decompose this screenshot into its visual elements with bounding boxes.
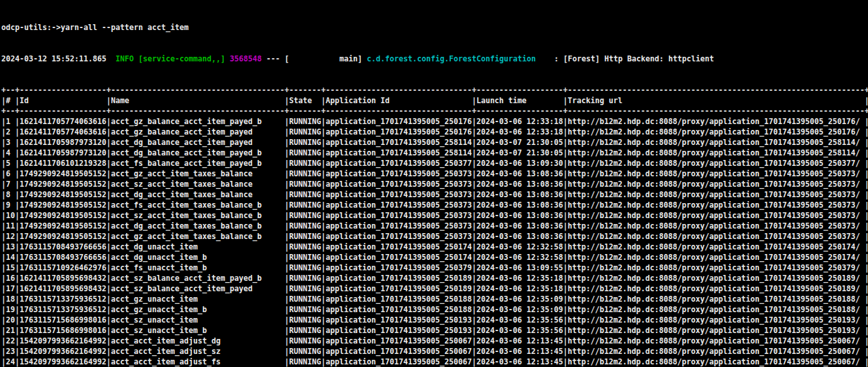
log-segment: 3568548 (230, 54, 262, 63)
table-divider: +--+-------------------+----------------… (1, 85, 868, 95)
table-row: |6 |1749290924819505152|acct_gz_acct_ite… (1, 168, 868, 179)
log-segment: c.d.forest.config.ForestConfiguration (367, 54, 536, 63)
log-segment: INFO (116, 54, 134, 63)
table-row: |24|1542097993662164992|acct_acct_item_a… (1, 357, 868, 367)
table-row: |20|1763115715686998016|acct_sz_unacct_i… (1, 315, 868, 325)
log-segment (225, 54, 230, 63)
table-row: |21|1763115715686998016|acct_sz_unacct_i… (1, 325, 868, 336)
table-row: |16|1621411705895698432|acct_sz_balance_… (1, 273, 868, 283)
table-row: |4 |1621411705987973120|acct_dg_balance_… (1, 148, 868, 158)
table-row: |9 |1749290924819505152|acct_fs_acct_ite… (1, 200, 868, 210)
table-row: |10|1749290924819505152|acct_sz_acct_ite… (1, 210, 868, 221)
table-row: |11|1749290924819505152|acct_dg_acct_ite… (1, 221, 868, 231)
table-row: |5 |1621411706101219328|acct_fs_balance_… (1, 158, 868, 168)
table-row: |14|1763115708493766656|acct_dg_unacct_i… (1, 252, 868, 263)
table-row: |7 |1749290924819505152|acct_sz_acct_ite… (1, 179, 868, 189)
table-row: |22|1542097993662164992|acct_acct_item_a… (1, 336, 868, 346)
table-row: |23|1542097993662164992|acct_acct_item_a… (1, 346, 868, 357)
table-row: |3 |1621411705987973120|acct_dg_balance_… (1, 137, 868, 148)
log-segment: --- [ main] (262, 54, 367, 63)
prompt-line: odcp-utils:->yarn-all --pattern acct_ite… (1, 22, 868, 33)
table-row: |18|1763115713375936512|acct_gz_unacct_i… (1, 294, 868, 304)
log-line: 2024-03-12 15:52:11.865 INFO [service-co… (1, 54, 868, 64)
log-segment (134, 54, 138, 63)
log-segment: [service-command,,] (138, 54, 225, 63)
yarn-applications-table: +--+-------------------+----------------… (1, 85, 868, 367)
terminal-window[interactable]: odcp-utils:->yarn-all --pattern acct_ite… (0, 0, 868, 367)
table-row: |19|1763115713375936512|acct_gz_unacct_i… (1, 304, 868, 315)
table-row: |1 |1621411705774063616|acct_gz_balance_… (1, 116, 868, 127)
table-header-row: |# |Id |Name |State |Application Id |Lau… (1, 95, 868, 106)
log-segment: 2024-03-12 15:52:11.865 (1, 54, 116, 63)
table-row: |13|1763115708493766656|acct_dg_unacct_i… (1, 242, 868, 252)
table-row: |17|1621411705895698432|acct_sz_balance_… (1, 283, 868, 294)
table-row: |15|1763115710926462976|acct_fs_unacct_i… (1, 263, 868, 273)
table-divider: +--+-------------------+----------------… (1, 106, 868, 116)
table-row: |12|1749290924819505152|acct_gz_acct_ite… (1, 231, 868, 242)
table-row: |2 |1621411705774063616|acct_gz_balance_… (1, 127, 868, 137)
table-row: |8 |1749290924819505152|acct_dg_acct_ite… (1, 189, 868, 200)
log-segment: : [Forest] Http Backend: httpclient (536, 54, 714, 63)
